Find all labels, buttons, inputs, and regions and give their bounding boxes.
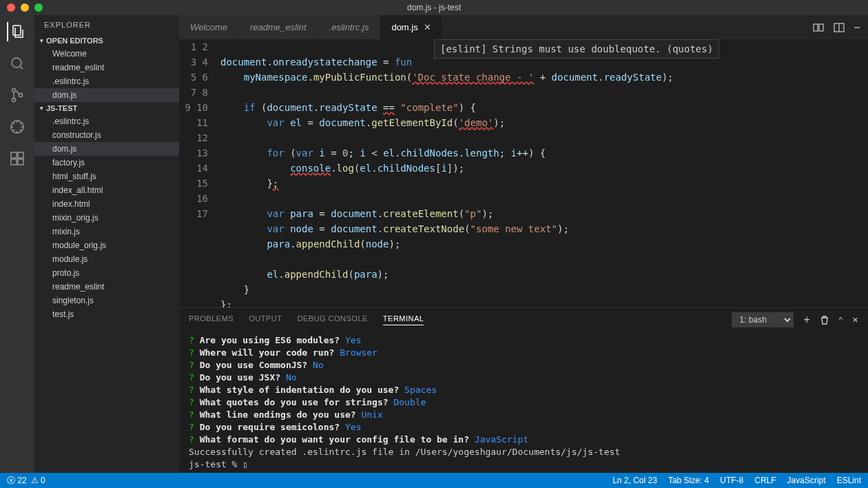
terminal-output[interactable]: ? Are you using ES6 modules? Yes? Where … [179, 332, 868, 473]
editor-tab[interactable]: readme_eslint [239, 15, 318, 39]
file-item[interactable]: index.html [34, 197, 179, 211]
open-editors-section[interactable]: OPEN EDITORS [34, 34, 179, 47]
svg-rect-0 [13, 26, 21, 35]
maximize-panel-icon[interactable]: ^ [839, 316, 843, 324]
panel-tab[interactable]: PROBLEMS [189, 314, 234, 325]
file-item[interactable]: module.js [34, 252, 179, 266]
eslint-tooltip: [eslint] Strings must use doublequote. (… [434, 39, 719, 59]
svg-point-2 [12, 89, 16, 92]
maximize-window-button[interactable] [34, 3, 43, 12]
eol[interactable]: CRLF [754, 476, 776, 485]
debug-icon[interactable] [8, 117, 27, 136]
warnings-count[interactable]: ⚠ 0 [31, 476, 45, 485]
editor-area: Welcomereadme_eslint.eslintrc.jsdom.js✕ … [179, 15, 868, 473]
language-mode[interactable]: JavaScript [787, 476, 826, 485]
code-editor[interactable]: 1 2 3 4 5 6 7 8 9 10 11 12 13 14 15 16 1… [179, 39, 868, 307]
titlebar: dom.js - js-test [0, 0, 868, 15]
status-bar: ⓧ 22 ⚠ 0 Ln 2, Col 23 Tab Size: 4 UTF-8 … [0, 473, 868, 488]
panel-tab[interactable]: OUTPUT [249, 314, 282, 325]
close-panel-icon[interactable]: ✕ [852, 316, 858, 325]
file-item[interactable]: factory.js [34, 156, 179, 170]
explorer-header: EXPLORER [34, 15, 179, 34]
more-icon[interactable]: ⋯ [854, 22, 860, 32]
panel-tab[interactable]: DEBUG CONSOLE [297, 314, 367, 325]
svg-point-3 [12, 99, 16, 102]
code-content[interactable]: [eslint] Strings must use doublequote. (… [220, 39, 868, 307]
source-control-icon[interactable] [8, 85, 27, 105]
file-item[interactable]: module_orig.js [34, 238, 179, 252]
close-tab-icon[interactable]: ✕ [424, 22, 431, 32]
svg-point-1 [12, 58, 21, 68]
svg-rect-10 [814, 24, 818, 31]
open-editor-item[interactable]: Welcome [34, 47, 179, 61]
extensions-icon[interactable] [8, 149, 27, 168]
tab-size[interactable]: Tab Size: 4 [668, 476, 709, 485]
svg-rect-9 [18, 159, 23, 165]
editor-tab[interactable]: .eslintrc.js [318, 15, 381, 39]
file-item[interactable]: .eslintrc.js [34, 114, 179, 128]
file-item[interactable]: constructor.js [34, 128, 179, 142]
split-editor-icon[interactable] [834, 22, 845, 33]
file-item[interactable]: proto.js [34, 266, 179, 280]
bottom-panel: PROBLEMSOUTPUTDEBUG CONSOLETERMINAL 1: b… [179, 307, 868, 473]
window-controls [0, 3, 43, 12]
svg-rect-7 [18, 152, 23, 158]
file-item[interactable]: dom.js [34, 142, 179, 156]
explorer-icon[interactable] [7, 22, 26, 41]
open-editor-item[interactable]: .eslintrc.js [34, 74, 179, 88]
open-editor-item[interactable]: dom.js [34, 88, 179, 102]
line-gutter: 1 2 3 4 5 6 7 8 9 10 11 12 13 14 15 16 1… [179, 39, 220, 307]
file-item[interactable]: html_stuff.js [34, 170, 179, 183]
compare-icon[interactable] [813, 22, 824, 33]
file-item[interactable]: readme_eslint [34, 280, 179, 294]
tab-actions: ⋯ [813, 15, 868, 39]
file-item[interactable]: mixin_orig.js [34, 211, 179, 225]
terminal-select[interactable]: 1: bash [732, 312, 794, 327]
editor-tab[interactable]: Welcome [179, 15, 239, 39]
kill-terminal-icon[interactable] [820, 315, 829, 325]
file-item[interactable]: test.js [34, 307, 179, 321]
file-item[interactable]: index_all.html [34, 183, 179, 197]
cursor-position[interactable]: Ln 2, Col 23 [612, 476, 657, 485]
panel-tab[interactable]: TERMINAL [383, 314, 424, 325]
svg-rect-6 [11, 152, 17, 158]
editor-tab[interactable]: dom.js✕ [380, 15, 442, 39]
file-item[interactable]: mixin.js [34, 225, 179, 238]
encoding[interactable]: UTF-8 [720, 476, 743, 485]
eslint-status[interactable]: ESLint [837, 476, 861, 485]
svg-rect-11 [819, 24, 823, 31]
sidebar: EXPLORER OPEN EDITORS Welcomereadme_esli… [34, 15, 179, 473]
search-icon[interactable] [8, 54, 27, 73]
errors-count[interactable]: ⓧ 22 [7, 475, 27, 487]
project-section[interactable]: JS-TEST [34, 102, 179, 114]
file-item[interactable]: singleton.js [34, 294, 179, 307]
svg-rect-8 [11, 159, 17, 165]
window-title: dom.js - js-test [407, 3, 461, 12]
svg-point-4 [19, 94, 23, 97]
close-window-button[interactable] [7, 3, 15, 12]
activity-bar [0, 15, 34, 473]
minimize-window-button[interactable] [21, 3, 29, 12]
new-terminal-icon[interactable]: + [803, 314, 809, 326]
editor-tabs: Welcomereadme_eslint.eslintrc.jsdom.js✕ … [179, 15, 868, 39]
open-editor-item[interactable]: readme_eslint [34, 61, 179, 74]
panel-tabs: PROBLEMSOUTPUTDEBUG CONSOLETERMINAL 1: b… [179, 308, 868, 332]
